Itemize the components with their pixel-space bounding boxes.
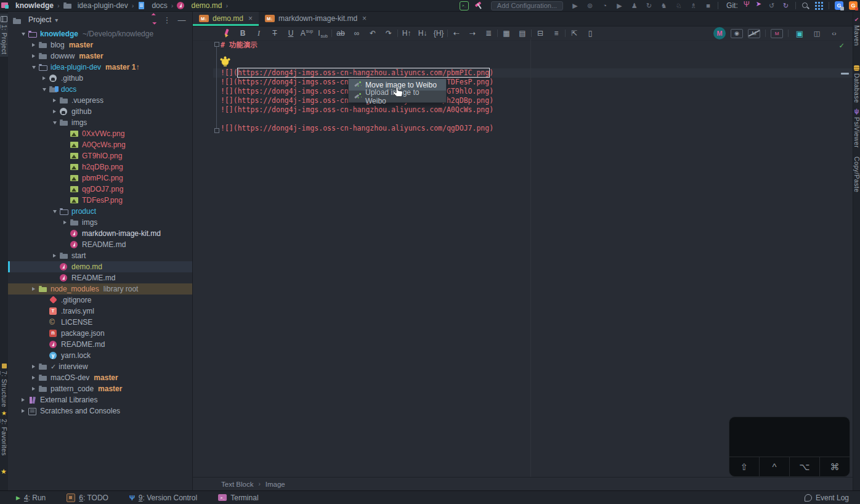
- markdown-panel-icon[interactable]: M: [771, 29, 783, 38]
- layout-preview-only-icon[interactable]: ‹›: [828, 28, 840, 38]
- status-bar-item[interactable]: 6: TODO: [67, 494, 108, 502]
- tree-row[interactable]: 0XxVWc.png: [8, 128, 192, 139]
- underline-icon[interactable]: U: [283, 28, 298, 39]
- tree-chevron-icon[interactable]: [28, 43, 39, 47]
- copy-export-icon[interactable]: ⇱: [567, 28, 582, 39]
- tree-row[interactable]: README.md: [8, 339, 192, 350]
- tree-row[interactable]: README.md: [8, 239, 192, 250]
- tree-chevron-icon[interactable]: [39, 88, 49, 91]
- tree-row[interactable]: .travis.yml: [8, 306, 192, 317]
- tree-row[interactable]: LICENSE: [8, 317, 192, 328]
- translate-orange-icon[interactable]: G: [849, 1, 858, 10]
- tree-chevron-icon[interactable]: [28, 365, 39, 368]
- editor-tab[interactable]: M↓demo.md×: [193, 11, 259, 26]
- layout-editor-only-icon[interactable]: ▣: [793, 28, 806, 38]
- clipboard-icon[interactable]: ▯: [583, 28, 598, 39]
- abbreviation-icon[interactable]: ab: [333, 28, 348, 39]
- tree-row[interactable]: GT9hlO.png: [8, 150, 192, 161]
- tree-chevron-icon[interactable]: [28, 66, 39, 69]
- tool-stripe-button[interactable]: Copy/Paste: [853, 154, 860, 195]
- list-indent-icon[interactable]: ⇢: [465, 28, 480, 39]
- tree-row[interactable]: package.json: [8, 328, 192, 339]
- tool-stripe-button[interactable]: ψPsiViewer: [853, 106, 860, 150]
- tree-chevron-icon[interactable]: [60, 221, 70, 224]
- tree-row[interactable]: ✓interview: [8, 361, 192, 372]
- table-edit-icon[interactable]: ▤: [515, 28, 530, 39]
- subscript-icon[interactable]: Isub: [315, 28, 330, 39]
- quote-unwrap-icon[interactable]: ↷: [381, 28, 396, 39]
- profile-icon[interactable]: ▶: [615, 0, 623, 11]
- tree-row[interactable]: node_moduleslibrary root: [8, 283, 192, 295]
- format-pen-icon[interactable]: [219, 28, 234, 39]
- tree-chevron-icon[interactable]: [28, 287, 39, 291]
- layout-split-icon[interactable]: ◫: [811, 28, 823, 38]
- shift-key[interactable]: ⇧: [729, 457, 760, 476]
- heading-wrap-icon[interactable]: {H}: [431, 28, 446, 39]
- tree-row[interactable]: README.md: [8, 272, 192, 283]
- tool-stripe-button[interactable]: Database: [853, 63, 860, 105]
- tree-row[interactable]: pbmPIC.png: [8, 173, 192, 184]
- intention-lightbulb-icon[interactable]: [222, 59, 229, 65]
- markdown-preview-eye-icon[interactable]: ◉: [731, 29, 743, 38]
- tree-row[interactable]: blogmaster: [8, 39, 192, 51]
- markdown-rendered-icon[interactable]: M: [713, 27, 726, 39]
- tree-row[interactable]: start: [8, 250, 192, 261]
- tree-chevron-icon[interactable]: [18, 398, 28, 402]
- tree-row[interactable]: product: [8, 206, 192, 217]
- doc-format-icon[interactable]: ≡: [549, 28, 564, 39]
- tool-stripe-button[interactable]: ★2: Favorites: [0, 408, 8, 458]
- heading-lower-icon[interactable]: H↓: [415, 28, 430, 39]
- fold-marker-icon[interactable]: [214, 128, 219, 133]
- tree-chevron-icon[interactable]: [49, 121, 60, 124]
- breadcrumb-item[interactable]: idea-plugin-dev: [63, 0, 128, 11]
- debug-icon[interactable]: ⊚: [586, 0, 594, 11]
- tree-chevron-icon[interactable]: [18, 33, 28, 36]
- tree-row[interactable]: github: [8, 106, 192, 117]
- search-everywhere-icon[interactable]: [801, 2, 809, 10]
- collapse-all-icon[interactable]: [150, 16, 158, 23]
- tool-stripe-button[interactable]: 1: Project: [0, 14, 8, 57]
- tree-chevron-icon[interactable]: [49, 99, 60, 102]
- panel-options-icon[interactable]: ⋮: [161, 15, 172, 25]
- tree-row[interactable]: imgs: [8, 117, 192, 128]
- tree-chevron-icon[interactable]: [39, 76, 49, 80]
- fold-marker-icon[interactable]: [214, 42, 219, 47]
- tree-row[interactable]: h2qDBp.png: [8, 161, 192, 173]
- editor-content[interactable]: # 功能演示 ![](https://dong4j-imgs.oss-cn-ha…: [193, 39, 854, 478]
- stop-icon[interactable]: ■: [704, 0, 712, 11]
- editor-breadcrumb-item[interactable]: Image: [266, 481, 285, 488]
- git-branch-icon[interactable]: Ψ: [744, 0, 750, 11]
- tree-chevron-icon[interactable]: [49, 254, 60, 258]
- inspections-ok-icon[interactable]: ✓: [839, 41, 844, 50]
- editor-breadcrumb-item[interactable]: Text Block: [221, 481, 253, 488]
- tree-row[interactable]: pattern_codemaster: [8, 383, 192, 394]
- tree-row[interactable]: TDFesP.png: [8, 195, 192, 206]
- control-key[interactable]: ^: [760, 457, 790, 476]
- profiler-d-icon[interactable]: ♗: [689, 0, 697, 11]
- tree-row[interactable]: imgs: [8, 217, 192, 228]
- tree-row[interactable]: yarn.lock: [8, 350, 192, 361]
- tab-close-icon[interactable]: ×: [248, 14, 253, 23]
- tree-row[interactable]: A0QcWs.png: [8, 139, 192, 150]
- project-panel-title[interactable]: Project: [28, 15, 51, 24]
- tree-row[interactable]: idea-plugin-devmaster 1↑: [8, 62, 192, 73]
- tree-row[interactable]: External Libraries: [8, 394, 192, 405]
- tree-row[interactable]: dowwwmaster: [8, 51, 192, 62]
- tree-row[interactable]: Scratches and Consoles: [8, 405, 192, 417]
- rerun-icon[interactable]: ↻: [645, 0, 653, 11]
- favorites-star-icon[interactable]: ★: [1, 468, 7, 476]
- list-toggle-icon[interactable]: ≣: [481, 28, 496, 39]
- coverage-icon[interactable]: ◔: [601, 0, 609, 11]
- status-bar-item[interactable]: ▶4: Run: [16, 494, 46, 502]
- tree-row[interactable]: markdown-image-kit.md: [8, 228, 192, 239]
- git-update-icon[interactable]: ↻: [782, 0, 790, 11]
- chevron-down-icon[interactable]: ▾: [55, 17, 58, 23]
- event-log-button[interactable]: Event Log: [805, 491, 849, 504]
- profiler-a-icon[interactable]: ♟: [630, 0, 638, 11]
- status-bar-item[interactable]: Ψ9: Version Control: [129, 494, 197, 502]
- git-push-icon[interactable]: ➤: [756, 0, 761, 11]
- strikethrough-icon[interactable]: T: [267, 28, 282, 39]
- tree-chevron-icon[interactable]: [28, 54, 39, 58]
- breadcrumb-item[interactable]: knowledge: [1, 0, 54, 11]
- markdown-html-disable-icon[interactable]: M: [748, 29, 760, 38]
